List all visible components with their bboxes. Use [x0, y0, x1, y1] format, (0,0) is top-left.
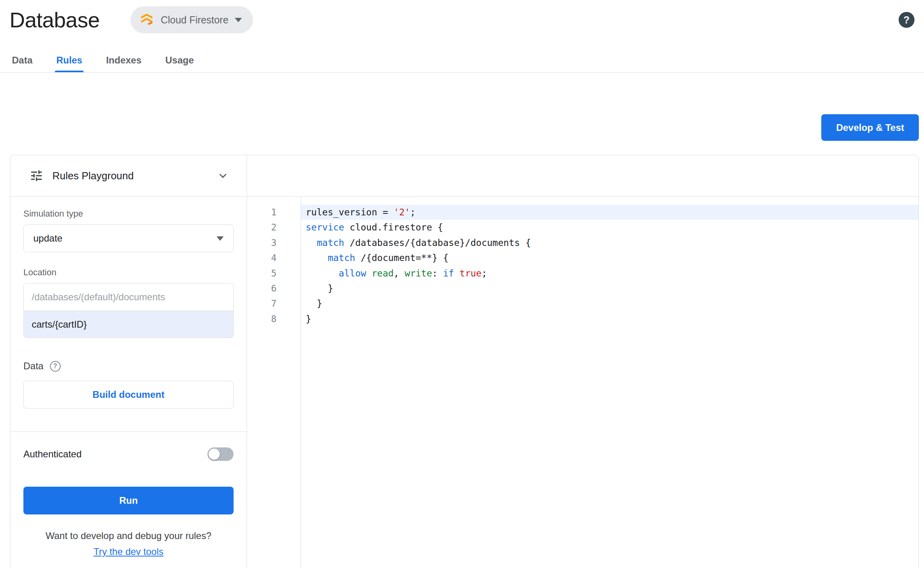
line-number: 2: [247, 220, 301, 235]
line-number: 8: [247, 311, 301, 326]
tab-data[interactable]: Data: [0, 48, 44, 73]
code-line[interactable]: }: [301, 281, 918, 296]
app-header: Database Cloud Firestore ?: [10, 0, 914, 40]
authenticated-row: Authenticated: [23, 441, 234, 467]
tab-label: Indexes: [106, 55, 141, 66]
line-number: 6: [247, 281, 301, 296]
line-number: 7: [247, 296, 301, 311]
playground-title: Rules Playground: [52, 170, 134, 182]
editor-toolbar: [247, 155, 918, 197]
dev-tools-link[interactable]: Try the dev tools: [23, 546, 234, 557]
location-prefix-input[interactable]: /databases/(default)/documents: [24, 284, 233, 311]
page-title: Database: [10, 8, 100, 32]
tabs: DataRulesIndexesUsage: [0, 48, 206, 73]
tab-label: Rules: [56, 55, 82, 66]
tab-label: Data: [12, 55, 33, 66]
run-button[interactable]: Run: [23, 487, 234, 514]
location-path-input[interactable]: carts/{cartID}: [24, 311, 233, 338]
code-line[interactable]: allow read, write: if true;: [301, 266, 918, 281]
chevron-down-icon: [217, 236, 224, 241]
editor-code[interactable]: rules_version = '2';service cloud.firest…: [301, 197, 918, 568]
rules-playground-panel: Rules Playground Simulation type update …: [10, 155, 247, 568]
simulation-type-value: update: [33, 233, 62, 244]
tab-indexes[interactable]: Indexes: [94, 48, 153, 73]
divider: [10, 432, 247, 432]
location-label: Location: [23, 267, 234, 278]
authenticated-toggle[interactable]: [207, 447, 234, 461]
firestore-icon: [139, 12, 154, 27]
playground-body: Simulation type update Location /databas…: [10, 197, 247, 557]
code-line[interactable]: }: [301, 311, 918, 326]
product-selector-label: Cloud Firestore: [161, 14, 228, 26]
help-button[interactable]: ?: [899, 12, 914, 28]
code-line[interactable]: match /databases/{database}/documents {: [301, 235, 918, 250]
help-icon: ?: [903, 14, 909, 26]
simulation-type-select[interactable]: update: [23, 225, 234, 252]
build-document-button[interactable]: Build document: [23, 381, 234, 409]
line-number: 1: [247, 205, 301, 220]
tabs-divider: [0, 72, 924, 73]
chevron-down-icon: [235, 18, 242, 22]
line-number: 4: [247, 250, 301, 265]
line-number: 3: [247, 235, 301, 250]
simulation-type-label: Simulation type: [23, 209, 234, 219]
editor-body: 12345678 rules_version = '2';service clo…: [247, 197, 918, 568]
code-line[interactable]: service cloud.firestore {: [301, 220, 918, 235]
line-number: 5: [247, 266, 301, 281]
product-selector[interactable]: Cloud Firestore: [130, 6, 253, 33]
authenticated-label: Authenticated: [23, 449, 82, 460]
toggle-knob: [209, 449, 220, 460]
data-section-header: Data ?: [23, 360, 234, 372]
location-field-group: /databases/(default)/documents carts/{ca…: [23, 283, 234, 338]
data-label: Data: [23, 361, 44, 372]
code-line[interactable]: rules_version = '2';: [301, 205, 918, 220]
dev-tools-question: Want to develop and debug your rules?: [23, 530, 234, 541]
editor-gutter: 12345678: [247, 197, 301, 568]
tab-label: Usage: [165, 55, 194, 66]
code-line[interactable]: match /{document=**} {: [301, 250, 918, 265]
collapse-chevron-icon[interactable]: [216, 169, 230, 183]
code-line[interactable]: }: [301, 296, 918, 311]
rules-editor: 12345678 rules_version = '2';service clo…: [247, 155, 918, 568]
tune-icon: [29, 169, 44, 183]
tab-rules[interactable]: Rules: [44, 48, 94, 73]
develop-test-button[interactable]: Develop & Test: [821, 114, 919, 141]
rules-panel: Rules Playground Simulation type update …: [10, 155, 919, 568]
tab-usage[interactable]: Usage: [153, 48, 206, 73]
help-outline-icon[interactable]: ?: [50, 361, 61, 372]
playground-header: Rules Playground: [10, 155, 247, 197]
